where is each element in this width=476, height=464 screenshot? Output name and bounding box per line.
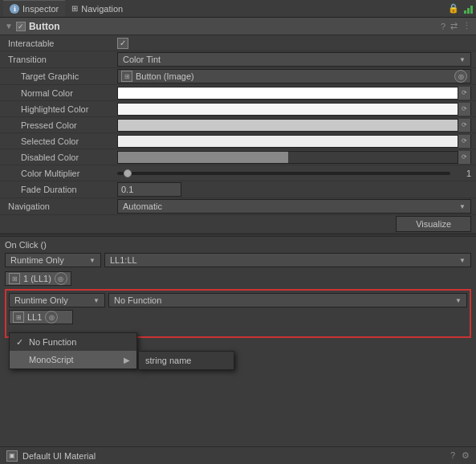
popup-check-icon: ✓ [16, 337, 29, 348]
expand-arrow-icon[interactable]: ▼ [5, 22, 13, 31]
fade-duration-input[interactable] [117, 182, 181, 197]
navigation-dropdown-arrow: ▼ [459, 203, 466, 210]
submenu-string-name-label: string name [145, 356, 191, 365]
interactable-label: Interactable [5, 39, 117, 48]
selected-color-label: Selected Color [5, 136, 117, 146]
highlighted-item-row: ⊞ LL1 ◎ [9, 310, 467, 324]
pressed-color-picker-icon[interactable]: ⟳ [458, 119, 470, 132]
disabled-color-field[interactable]: ⟳ [117, 151, 471, 164]
pressed-color-row: Pressed Color ⟳ [0, 117, 476, 133]
navigation-label: Navigation [5, 201, 117, 211]
popup-item-monoscript[interactable]: MonoScript ▶ [10, 351, 136, 368]
highlighted-object-picker[interactable]: ◎ [45, 311, 58, 324]
visualize-button[interactable]: Visualize [396, 216, 471, 232]
normal-color-field[interactable]: ⟳ [117, 87, 471, 100]
target-graphic-icon: ⊞ [121, 71, 132, 82]
onclick-item-row1: ⊞ 1 (LL1) ◎ [5, 270, 471, 287]
pressed-color-value: ⟳ [117, 119, 471, 132]
properties-panel: Interactable ✓ Transition Color Tint ▼ T… [0, 35, 476, 234]
onclick-item1-icon: ⊞ [9, 273, 20, 284]
interactable-value: ✓ [117, 38, 471, 49]
highlighted-color-value: ⟳ [117, 103, 471, 116]
component-title: Button [29, 21, 441, 32]
transition-value: Color Tint ▼ [117, 52, 471, 67]
bar3 [470, 6, 473, 14]
popup-no-function-label: No Function [29, 337, 76, 347]
tab-navigation[interactable]: ⊞ Navigation [65, 0, 129, 17]
bottom-bar-right: ? ⚙ [450, 450, 470, 461]
target-graphic-picker[interactable]: ◎ [454, 70, 467, 83]
disabled-color-row: Disabled Color ⟳ [0, 149, 476, 165]
navigation-dropdown[interactable]: Automatic ▼ [117, 199, 471, 214]
signal-bars [464, 4, 473, 14]
slider-track [117, 172, 450, 175]
pressed-color-field[interactable]: ⟳ [117, 119, 471, 132]
disabled-color-picker-icon[interactable]: ⟳ [458, 151, 470, 164]
highlighted-runtime-text: Runtime Only [14, 295, 90, 305]
highlighted-color-picker-icon[interactable]: ⟳ [458, 103, 470, 116]
onclick-section: On Click () Runtime Only ▼ LL1:LL ▼ ⊞ 1 … [0, 237, 476, 341]
component-enabled-checkbox[interactable]: ✓ [16, 22, 26, 31]
color-multiplier-slider[interactable]: 1 [117, 169, 471, 178]
highlighted-dropdown-row: Runtime Only ▼ No Function ▼ [9, 293, 467, 307]
tab-inspector[interactable]: ℹ Inspector [3, 0, 65, 17]
interactable-checkbox[interactable]: ✓ [117, 38, 128, 49]
selected-color-value: ⟳ [117, 135, 471, 148]
selected-color-row: Selected Color ⟳ [0, 133, 476, 149]
color-multiplier-number: 1 [455, 169, 471, 178]
onclick-item1-picker[interactable]: ◎ [55, 272, 67, 285]
overflow-icon[interactable]: ⋮ [462, 21, 471, 31]
preset-icon[interactable]: ⇄ [450, 21, 458, 31]
popup-overlay: ✓ No Function MonoScript ▶ string name [9, 332, 137, 369]
selected-color-field[interactable]: ⟳ [117, 135, 471, 148]
target-graphic-row: Target Graphic ⊞ Button (Image) ◎ [0, 68, 476, 85]
normal-color-label: Normal Color [5, 88, 117, 98]
onclick-title: On Click () [5, 240, 471, 250]
highlighted-color-field[interactable]: ⟳ [117, 103, 471, 116]
visualize-value: Visualize [5, 216, 471, 232]
lock-icon[interactable]: 🔒 [448, 3, 459, 14]
navigation-icon: ⊞ [71, 4, 78, 13]
transition-dropdown[interactable]: Color Tint ▼ [117, 52, 471, 67]
submenu-item-string-name[interactable]: string name [139, 352, 234, 369]
disabled-color-label: Disabled Color [5, 153, 117, 162]
highlighted-function-dropdown[interactable]: No Function ▼ [108, 293, 467, 307]
highlighted-function-arrow: ▼ [455, 297, 462, 304]
normal-color-picker-icon[interactable]: ⟳ [458, 87, 470, 100]
highlighted-runtime-dropdown[interactable]: Runtime Only ▼ [9, 293, 105, 307]
pressed-color-swatch [118, 120, 458, 131]
popup-submenu-arrow: ▶ [124, 356, 130, 364]
highlighted-function-text: No Function [114, 295, 452, 305]
highlighted-object-icon: ⊞ [13, 311, 24, 323]
interactable-row: Interactable ✓ [0, 35, 476, 51]
tab-navigation-label: Navigation [81, 4, 123, 14]
popup-monoscript-label: MonoScript [29, 355, 74, 364]
onclick-item1-field[interactable]: ⊞ 1 (LL1) ◎ [5, 271, 71, 286]
selected-color-picker-icon[interactable]: ⟳ [458, 135, 470, 148]
onclick-row1-function-dropdown[interactable]: LL1:LL ▼ [104, 253, 471, 267]
transition-row: Transition Color Tint ▼ [0, 51, 476, 68]
transition-dropdown-arrow: ▼ [459, 56, 466, 63]
disabled-color-swatch [118, 152, 288, 163]
onclick-row1-runtime-dropdown[interactable]: Runtime Only ▼ [5, 253, 101, 267]
bottom-settings-icon[interactable]: ⚙ [462, 450, 470, 461]
bottom-material-icon: ▣ [6, 450, 18, 462]
onclick-row1: Runtime Only ▼ LL1:LL ▼ [5, 253, 471, 267]
help-icon[interactable]: ? [441, 22, 445, 31]
onclick-row1-function-text: LL1:LL [110, 255, 456, 265]
color-multiplier-label: Color Multiplier [5, 169, 117, 178]
pressed-color-label: Pressed Color [5, 120, 117, 130]
highlighted-object-field[interactable]: ⊞ LL1 ◎ [9, 310, 73, 324]
onclick-row1-function-arrow: ▼ [459, 257, 466, 264]
popup-item-no-function[interactable]: ✓ No Function [10, 333, 136, 351]
fade-duration-value [117, 182, 471, 197]
bottom-bar-label: Default UI Material [22, 451, 96, 461]
transition-dropdown-text: Color Tint [123, 55, 456, 64]
navigation-row: Navigation Automatic ▼ [0, 198, 476, 215]
bottom-help-icon[interactable]: ? [450, 450, 455, 461]
target-graphic-text: Button (Image) [136, 71, 194, 81]
normal-color-value: ⟳ [117, 87, 471, 100]
tab-bar-right: 🔒 [448, 3, 473, 14]
target-graphic-field[interactable]: ⊞ Button (Image) ◎ [117, 69, 471, 83]
disabled-color-value: ⟳ [117, 151, 471, 164]
